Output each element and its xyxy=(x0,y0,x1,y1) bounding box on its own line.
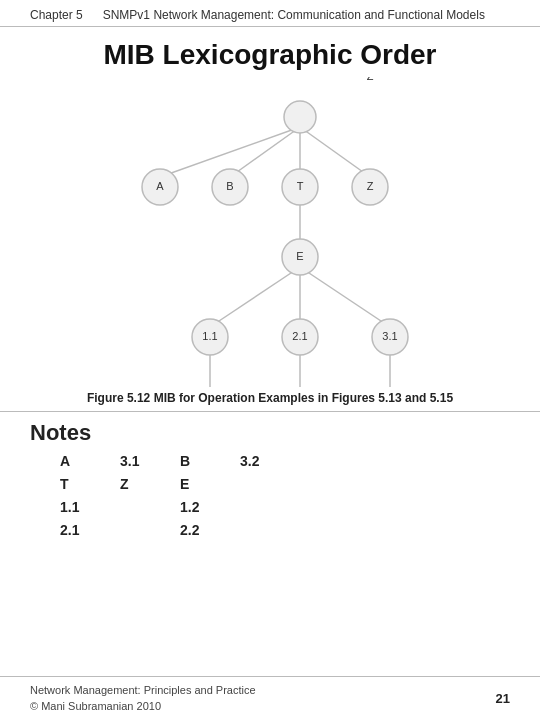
notes-item-t: T xyxy=(60,473,120,496)
footer-text: Network Management: Principles and Pract… xyxy=(30,683,256,714)
notes-item-11: 1.1 xyxy=(60,496,120,519)
notes-section: Notes A 3.1 B 3.2 T Z E 1.1 1.2 2.1 2.2 xyxy=(0,412,540,548)
notes-item-z: Z xyxy=(120,473,180,496)
footer-line1: Network Management: Principles and Pract… xyxy=(30,683,256,698)
notes-item-a: A xyxy=(60,450,120,473)
notes-title: Notes xyxy=(30,420,510,446)
page-title: MIB Lexicographic Order xyxy=(0,27,540,77)
page-number: 21 xyxy=(496,691,510,706)
notes-item-22: 2.2 xyxy=(180,519,240,542)
notes-item-empty1 xyxy=(240,473,300,496)
notes-item-empty5 xyxy=(240,519,300,542)
edge-root-z xyxy=(300,127,370,177)
node-z-label: Z xyxy=(367,77,374,82)
node-root xyxy=(284,101,316,133)
notes-item-32: 3.2 xyxy=(240,450,300,473)
node-21-label: 2.1 xyxy=(292,330,307,342)
node-t-label: T xyxy=(297,180,304,192)
notes-item-empty4 xyxy=(120,519,180,542)
notes-item-empty2 xyxy=(120,496,180,519)
edge-root-b xyxy=(230,127,300,177)
figure-caption: Figure 5.12 MIB for Operation Examples i… xyxy=(0,387,540,412)
tree-diagram: A B T Z Z E 1.1 2.1 3.1 1.2 2.2 3.2 xyxy=(0,77,540,387)
node-b-label: B xyxy=(226,180,233,192)
notes-grid: A 3.1 B 3.2 T Z E 1.1 1.2 2.1 2.2 xyxy=(30,450,510,542)
node-a-label: A xyxy=(156,180,164,192)
notes-item-12: 1.2 xyxy=(180,496,240,519)
notes-item-b: B xyxy=(180,450,240,473)
notes-item-e: E xyxy=(180,473,240,496)
node-31-label: 3.1 xyxy=(382,330,397,342)
node-11-label: 1.1 xyxy=(202,330,217,342)
notes-item-empty3 xyxy=(240,496,300,519)
notes-item-31: 3.1 xyxy=(120,450,180,473)
node-z-label2: Z xyxy=(367,180,374,192)
subtitle: SNMPv1 Network Management: Communication… xyxy=(103,8,485,22)
node-e-label: E xyxy=(296,250,303,262)
edge-e-31 xyxy=(300,267,390,327)
footer: Network Management: Principles and Pract… xyxy=(0,676,540,720)
notes-item-21: 2.1 xyxy=(60,519,120,542)
edge-e-11 xyxy=(210,267,300,327)
footer-line2: © Mani Subramanian 2010 xyxy=(30,699,256,714)
chapter-label: Chapter 5 xyxy=(30,8,83,22)
header: Chapter 5 SNMPv1 Network Management: Com… xyxy=(0,0,540,27)
